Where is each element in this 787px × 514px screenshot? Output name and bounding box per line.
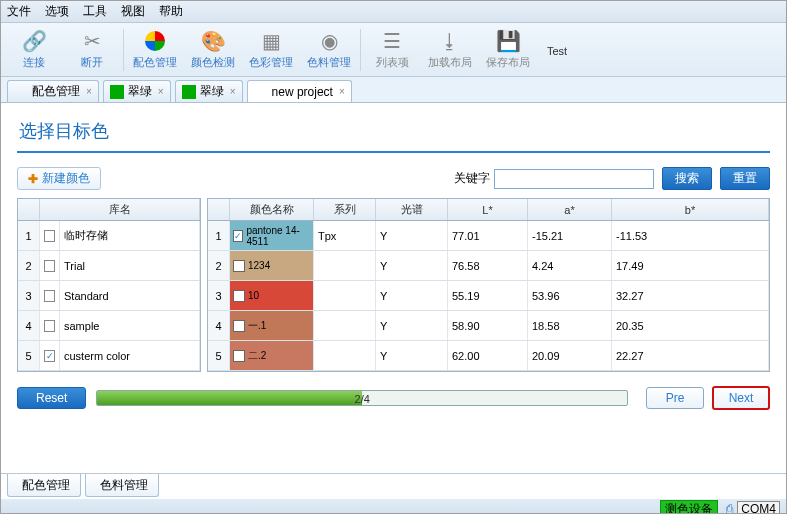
load-icon: ⭳: [436, 29, 464, 53]
row-b: -11.53: [612, 221, 769, 250]
bottom-tabs: 配色管理色料管理: [1, 473, 786, 499]
row-checkbox[interactable]: [40, 281, 60, 310]
row-a: 18.58: [528, 311, 612, 340]
col-header-b: b*: [612, 199, 769, 220]
table-row[interactable]: 1临时存储: [18, 221, 200, 251]
menu-help[interactable]: 帮助: [159, 3, 183, 20]
tab-配色管理[interactable]: 配色管理×: [7, 80, 99, 102]
close-icon[interactable]: ×: [86, 86, 92, 97]
heading-rule: [17, 151, 770, 153]
toolbar-save-layout[interactable]: 💾保存布局: [479, 26, 537, 74]
reset-button[interactable]: Reset: [17, 387, 86, 409]
row-name: Standard: [60, 281, 200, 310]
document-tabs: 配色管理×翠绿×翠绿×new project×: [1, 77, 786, 103]
row-checkbox[interactable]: [40, 221, 60, 250]
new-color-button[interactable]: ✚新建颜色: [17, 167, 101, 190]
color-table: 颜色名称 系列 光谱 L* a* b* 1✓pantone 14-4511Tpx…: [207, 198, 770, 372]
menu-tools[interactable]: 工具: [83, 3, 107, 20]
col-header-idx: [208, 199, 230, 220]
bottom-tab-色料管理[interactable]: 色料管理: [85, 474, 159, 497]
toolbar-material-mgmt[interactable]: ◉色料管理: [300, 26, 358, 74]
row-b: 20.35: [612, 311, 769, 340]
col-header-a: a*: [528, 199, 612, 220]
tab-label: 色料管理: [100, 477, 148, 494]
menu-view[interactable]: 视图: [121, 3, 145, 20]
row-checkbox[interactable]: ✓: [40, 341, 60, 370]
table-row[interactable]: 4一.1Y58.9018.5820.35: [208, 311, 769, 341]
row-spec: Y: [376, 341, 448, 370]
tab-label: 配色管理: [22, 477, 70, 494]
menu-options[interactable]: 选项: [45, 3, 69, 20]
toolbar-color-ctl[interactable]: ▦色彩管理: [242, 26, 300, 74]
row-color[interactable]: 10: [230, 281, 314, 310]
menu-file[interactable]: 文件: [7, 3, 31, 20]
progress-text: 2/4: [97, 391, 627, 406]
tab-new project[interactable]: new project×: [247, 80, 352, 102]
row-color[interactable]: ✓pantone 14-4511: [230, 221, 314, 250]
toolbar-test[interactable]: Test: [537, 26, 577, 74]
table-row[interactable]: 5二.2Y62.0020.0922.27: [208, 341, 769, 371]
toolbar-disconnect[interactable]: ✂断开: [63, 26, 121, 74]
row-index: 3: [18, 281, 40, 310]
tab-icon: [182, 85, 196, 99]
tab-label: new project: [272, 85, 333, 99]
status-device: 测色设备: [660, 500, 718, 515]
reset-search-button[interactable]: 重置: [720, 167, 770, 190]
close-icon[interactable]: ×: [339, 86, 345, 97]
table-row[interactable]: 3Standard: [18, 281, 200, 311]
close-icon[interactable]: ×: [158, 86, 164, 97]
table-row[interactable]: 4sample: [18, 311, 200, 341]
table-row[interactable]: 2Trial: [18, 251, 200, 281]
palette-icon: [141, 29, 169, 53]
row-name: Trial: [60, 251, 200, 280]
table-row[interactable]: 5✓custerm color: [18, 341, 200, 371]
row-checkbox[interactable]: [40, 251, 60, 280]
row-name: 临时存储: [60, 221, 200, 250]
search-button[interactable]: 搜索: [662, 167, 712, 190]
row-checkbox[interactable]: [40, 311, 60, 340]
page-title: 选择目标色: [13, 103, 774, 151]
tab-翠绿[interactable]: 翠绿×: [103, 80, 171, 102]
row-b: 22.27: [612, 341, 769, 370]
keyword-input[interactable]: [494, 169, 654, 189]
menu-bar: 文件 选项 工具 视图 帮助: [1, 1, 786, 23]
row-color[interactable]: 二.2: [230, 341, 314, 370]
next-button[interactable]: Next: [712, 386, 770, 410]
col-header-spec: 光谱: [376, 199, 448, 220]
plus-icon: ✚: [28, 172, 38, 186]
bottom-tab-配色管理[interactable]: 配色管理: [7, 474, 81, 497]
col-header-series: 系列: [314, 199, 376, 220]
table-row[interactable]: 1✓pantone 14-4511TpxY77.01-15.21-11.53: [208, 221, 769, 251]
tab-label: 翠绿: [128, 83, 152, 100]
toolbar-color-mgmt[interactable]: 配色管理: [126, 26, 184, 74]
tab-icon: [110, 85, 124, 99]
connect-icon: 🔗: [20, 29, 48, 53]
row-index: 1: [208, 221, 230, 250]
toolbar-load-layout[interactable]: ⭳加载布局: [421, 26, 479, 74]
row-b: 32.27: [612, 281, 769, 310]
row-name: custerm color: [60, 341, 200, 370]
table-row[interactable]: 310Y55.1953.9632.27: [208, 281, 769, 311]
pre-button[interactable]: Pre: [646, 387, 704, 409]
tab-翠绿[interactable]: 翠绿×: [175, 80, 243, 102]
toolbar-separator: [123, 29, 124, 71]
tab-label: 配色管理: [32, 83, 80, 100]
toolbar-list[interactable]: ☰列表项: [363, 26, 421, 74]
row-a: 20.09: [528, 341, 612, 370]
close-icon[interactable]: ×: [230, 86, 236, 97]
tab-icon: [14, 85, 28, 99]
table-row[interactable]: 21234Y76.584.2417.49: [208, 251, 769, 281]
row-index: 2: [208, 251, 230, 280]
row-index: 2: [18, 251, 40, 280]
progress-bar: 2/4: [96, 390, 628, 406]
toolbar-connect[interactable]: 🔗连接: [5, 26, 63, 74]
row-color[interactable]: 一.1: [230, 311, 314, 340]
row-index: 1: [18, 221, 40, 250]
library-table: 库名 1临时存储2Trial3Standard4sample5✓custerm …: [17, 198, 201, 372]
row-color[interactable]: 1234: [230, 251, 314, 280]
toolbar-color-detect[interactable]: 🎨颜色检测: [184, 26, 242, 74]
search-row: ✚新建颜色 关键字 搜索 重置: [17, 167, 770, 190]
row-l: 58.90: [448, 311, 528, 340]
row-l: 76.58: [448, 251, 528, 280]
panel-footer: Reset 2/4 Pre Next: [17, 386, 770, 410]
